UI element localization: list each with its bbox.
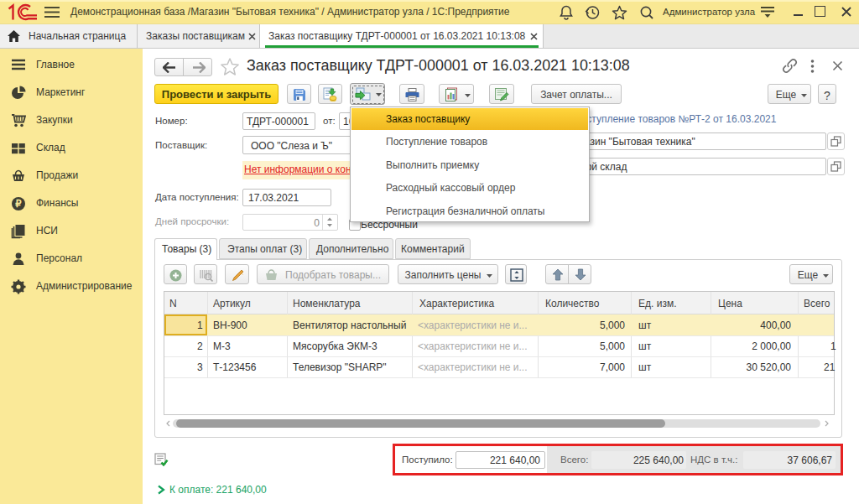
svg-text:₽: ₽ <box>15 199 22 209</box>
